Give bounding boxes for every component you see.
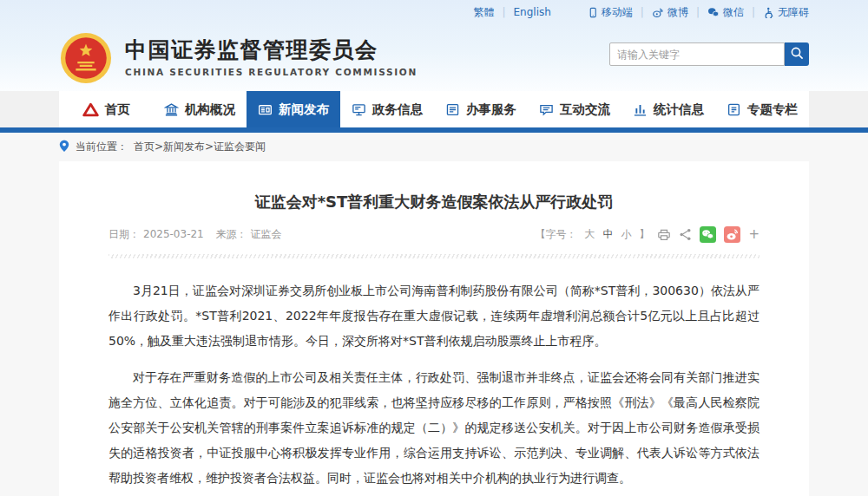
wechat-link[interactable]: 微信 — [707, 5, 744, 20]
article-paragraph: 3月21日，证监会对深圳证券交易所创业板上市公司海南普利制药股份有限公司（简称*… — [108, 278, 760, 354]
national-emblem-logo[interactable] — [59, 31, 113, 85]
article-source: 证监会 — [251, 228, 282, 240]
bar-chart-icon — [633, 102, 648, 117]
nav-item-gov-info[interactable]: 政务信息 — [340, 91, 434, 127]
page: 繁體 | English 移动端 | 微博 | — [0, 0, 868, 496]
search-button[interactable] — [785, 42, 809, 66]
topbar: 繁體 | English 移动端 | 微博 | — [0, 0, 868, 24]
weibo-share-icon[interactable] — [724, 226, 740, 243]
nav-item-services[interactable]: 办事服务 — [434, 91, 528, 127]
lang-english-link[interactable]: English — [514, 6, 551, 18]
breadcrumb-path[interactable]: 首页>新闻发布>证监会要闻 — [134, 140, 266, 154]
article-divider — [108, 254, 760, 258]
date-label: 日期： — [108, 228, 140, 240]
search-box — [609, 42, 809, 66]
newspaper-icon — [258, 102, 273, 117]
search-icon — [790, 46, 805, 63]
article-card: 证监会对*ST普利重大财务造假案依法从严行政处罚 日期：2025-03-21 来… — [59, 161, 809, 496]
article-meta: 日期：2025-03-21 来源：证监会 — [108, 227, 286, 242]
article-title: 证监会对*ST普利重大财务造假案依法从严行政处罚 — [108, 192, 760, 212]
font-size-large-button[interactable]: 大 — [584, 227, 595, 242]
nav-item-interaction[interactable]: 互动交流 — [528, 91, 621, 127]
header: 繁體 | English 移动端 | 微博 | — [0, 0, 868, 91]
org-names: 中国证券监督管理委员会 CHINA SECURITIES REGULATORY … — [125, 38, 418, 78]
wechat-share-icon[interactable] — [700, 226, 716, 243]
bank-icon — [164, 102, 179, 117]
source-label: 来源： — [216, 228, 247, 240]
article-meta-row: 日期：2025-03-21 来源：证监会 【字号： 大 中 小 】 — [108, 226, 760, 243]
topbar-separator: | — [502, 6, 505, 18]
lang-traditional-link[interactable]: 繁體 — [473, 5, 494, 20]
org-name-en: CHINA SECURITIES REGULATORY COMMISSION — [125, 67, 418, 77]
nav-item-special-topics[interactable]: 专题专栏 — [715, 91, 809, 127]
mobile-site-link[interactable]: 移动端 — [588, 5, 633, 20]
topbar-separator: | — [696, 6, 700, 18]
nav-item-about[interactable]: 机构概况 — [153, 91, 247, 127]
topbar-separator: | — [752, 6, 755, 18]
article-body: 3月21日，证监会对深圳证券交易所创业板上市公司海南普利制药股份有限公司（简称*… — [108, 278, 760, 491]
nav-item-news[interactable]: 新闻发布 — [247, 91, 340, 127]
main-nav: 首页 机构概况 新闻发布 政务信息 — [0, 91, 868, 127]
document-icon — [727, 102, 741, 117]
clipboard-list-icon — [445, 102, 460, 117]
search-input[interactable] — [609, 42, 785, 66]
font-size-close: 】 — [639, 227, 649, 242]
accessibility-link[interactable]: 无障碍 — [763, 5, 809, 20]
chat-bubble-icon — [539, 102, 554, 117]
weibo-icon — [652, 7, 664, 18]
font-size-small-button[interactable]: 小 — [621, 227, 631, 242]
monitor-icon — [352, 102, 366, 117]
breadcrumb: 当前位置： 首页>新闻发布>证监会要闻 — [59, 133, 809, 161]
wechat-icon — [707, 7, 720, 17]
print-icon[interactable] — [657, 228, 671, 242]
font-size-open: 【字号： — [535, 227, 576, 242]
share-icon[interactable] — [679, 228, 692, 241]
nav-item-statistics[interactable]: 统计信息 — [621, 91, 715, 127]
org-name-cn: 中国证券监督管理委员会 — [125, 38, 418, 63]
article-paragraph: 对于存在严重财务造假的上市公司及相关责任主体，行政处罚、强制退市并非终点，证监会… — [108, 365, 760, 491]
location-pin-icon — [59, 140, 69, 155]
font-size-medium-button[interactable]: 中 — [602, 227, 613, 242]
nav-item-home[interactable]: 首页 — [59, 91, 153, 127]
topbar-separator: | — [641, 6, 644, 18]
article-tools: 【字号： 大 中 小 】 + — [535, 226, 760, 243]
csrc-logo-icon — [82, 102, 99, 117]
more-tools-button[interactable]: + — [748, 228, 760, 241]
article-date: 2025-03-21 — [143, 228, 204, 240]
mobile-icon — [588, 7, 598, 18]
weibo-link[interactable]: 微博 — [652, 5, 688, 20]
accessibility-icon — [763, 7, 774, 18]
breadcrumb-prefix: 当前位置： — [76, 140, 128, 154]
